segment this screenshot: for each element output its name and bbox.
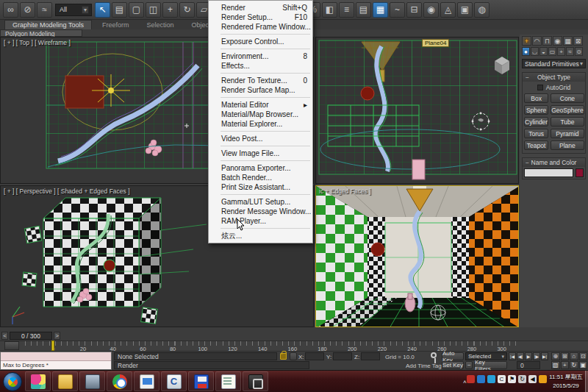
taskbar-app-button[interactable] xyxy=(215,371,241,391)
command-panel-tab[interactable]: + xyxy=(522,36,531,46)
toolbar-icon[interactable]: ≡ xyxy=(339,2,354,18)
playback-button[interactable]: ▶ xyxy=(525,352,532,360)
x-coord-field[interactable] xyxy=(305,352,324,360)
primitive-button[interactable]: Cylinder xyxy=(524,117,548,126)
next-frame-arrow[interactable]: > xyxy=(54,332,60,340)
new-key-curve-icon[interactable]: ~ xyxy=(465,361,473,369)
viewport-nav-icon[interactable]: ⊞ xyxy=(561,352,570,360)
viewport-label[interactable]: ic + Edged Faces ] xyxy=(319,188,371,195)
toolbar-icon[interactable]: ↖ xyxy=(95,2,110,18)
taskbar-app-button[interactable] xyxy=(243,371,268,391)
selection-lock-icon[interactable] xyxy=(280,353,287,360)
primitive-button[interactable]: Sphere xyxy=(524,105,548,115)
time-slider-handle[interactable] xyxy=(51,341,54,351)
current-frame-field[interactable]: 0 xyxy=(517,361,540,369)
z-coord-field[interactable] xyxy=(361,352,380,360)
menu-item[interactable]: Render Surface Map... xyxy=(209,85,312,95)
command-panel-tab[interactable]: ⊠ xyxy=(573,36,583,46)
viewport-camera[interactable]: ic + Edged Faces ] xyxy=(315,185,519,327)
menu-item[interactable]: 炫云... xyxy=(209,231,312,240)
command-panel-tab[interactable]: ▦ xyxy=(563,36,573,46)
toolbar-icon[interactable]: ◍ xyxy=(474,2,490,18)
viewport-nav-icon[interactable]: ▧ xyxy=(551,361,560,369)
menu-item[interactable]: View Image File... xyxy=(209,149,312,158)
toolbar-icon[interactable]: ⊘ xyxy=(20,2,35,18)
menu-item[interactable]: Batch Render... xyxy=(209,173,312,182)
toolbar-icon[interactable]: ◫ xyxy=(146,2,161,18)
primitive-button[interactable]: Pyramid xyxy=(551,129,584,138)
playback-button[interactable]: |◀ xyxy=(509,352,516,360)
viewport-nav-icon[interactable]: ⊡ xyxy=(579,352,588,360)
polygon-modeling-panel[interactable]: Polygon Modeling xyxy=(0,29,82,37)
primitive-button[interactable]: Plane xyxy=(551,140,584,150)
category-icon[interactable]: ⊙ xyxy=(575,47,583,56)
macro-recorder-row[interactable] xyxy=(1,352,111,361)
taskbar-app-button[interactable] xyxy=(188,371,214,391)
set-key-button[interactable]: Set Key xyxy=(442,361,464,369)
auto-key-button[interactable]: Auto Key xyxy=(442,352,464,360)
rollout-header[interactable]: − Object Type xyxy=(523,73,585,82)
system-clock[interactable]: 11:51 星期五 2015/5/29 xyxy=(548,373,584,391)
add-time-tag[interactable]: Add Time Tag xyxy=(406,363,442,369)
playback-button[interactable]: |▶ xyxy=(533,352,540,360)
menu-item[interactable]: Rendered Frame Window... xyxy=(209,22,312,32)
menu-item[interactable]: Panorama Exporter... xyxy=(209,163,312,173)
menu-item[interactable]: Gamma/LUT Setup... xyxy=(209,197,312,207)
taskbar-app-button[interactable] xyxy=(25,371,51,391)
selection-filter-dropdown[interactable]: All ▾ xyxy=(55,4,92,16)
toolbar-icon[interactable]: ~ xyxy=(390,2,405,18)
listener-row[interactable]: Max to Degrees * xyxy=(1,361,111,369)
toolbar-icon[interactable]: ◉ xyxy=(423,2,439,18)
menu-item[interactable]: Effects... xyxy=(209,61,312,71)
viewport-front[interactable]: Plane04 xyxy=(315,37,519,184)
menu-item[interactable]: Video Post... xyxy=(209,134,312,143)
tray-icon[interactable]: ⚑ xyxy=(508,375,516,383)
playback-button[interactable]: ▶| xyxy=(541,352,548,360)
ribbon-tab[interactable]: Freeform xyxy=(95,21,137,29)
category-icon[interactable]: ▭ xyxy=(548,47,556,56)
playback-button[interactable]: ◀| xyxy=(517,352,524,360)
viewport-nav-icon[interactable]: ⌂ xyxy=(570,352,578,360)
key-filters-button[interactable]: Key Filters... xyxy=(474,361,507,369)
track-bar-mini-icon[interactable] xyxy=(4,341,19,350)
toolbar-icon[interactable]: + xyxy=(162,2,178,18)
category-icon[interactable]: ● xyxy=(522,47,530,56)
category-icon[interactable]: ◡ xyxy=(531,47,539,56)
set-keys-icon[interactable] xyxy=(431,352,437,358)
primitive-button[interactable]: Cone xyxy=(551,93,584,103)
tray-icon[interactable] xyxy=(487,375,495,383)
toolbar-icon[interactable]: ▣ xyxy=(457,2,473,18)
toolbar-icon[interactable]: ≈ xyxy=(37,2,52,18)
tray-icon[interactable]: C xyxy=(498,375,506,383)
primitive-button[interactable]: Box xyxy=(524,93,548,103)
prev-frame-arrow[interactable]: < xyxy=(1,332,8,340)
primitive-button[interactable]: Torus xyxy=(524,129,548,138)
taskbar-app-button[interactable] xyxy=(79,371,105,391)
viewport-label[interactable]: [ + ] [ Perspective ] [ Shaded + Edged F… xyxy=(4,188,130,195)
object-color-swatch[interactable] xyxy=(576,168,584,177)
taskbar-app-button[interactable] xyxy=(52,371,78,391)
menu-item[interactable]: Render Shift+Q xyxy=(209,3,312,13)
menu-item[interactable]: Print Size Assistant... xyxy=(209,182,312,192)
tray-icon[interactable]: ◀ xyxy=(528,375,537,383)
toolbar-icon[interactable]: ⊟ xyxy=(406,2,422,18)
primitive-button[interactable]: GeoSphere xyxy=(551,105,584,115)
rollout-header[interactable]: − Name and Color xyxy=(523,158,585,167)
track-bar[interactable]: 0204060801001201401601802002202402602803… xyxy=(0,341,588,352)
tray-icon[interactable] xyxy=(539,375,547,383)
category-icon[interactable]: ≈ xyxy=(566,47,574,56)
primitive-type-dropdown[interactable]: Standard Primitives ▾ xyxy=(522,59,586,68)
autogrid-checkbox[interactable] xyxy=(537,85,543,90)
category-icon[interactable]: + xyxy=(557,47,565,56)
start-button[interactable] xyxy=(3,372,22,391)
tray-expand-icon[interactable]: ˄ xyxy=(463,379,467,385)
menu-item[interactable]: Exposure Control... xyxy=(209,37,312,46)
tray-icon[interactable] xyxy=(467,375,475,383)
absolute-mode-icon[interactable] xyxy=(290,352,297,360)
toolbar-icon[interactable]: ▤ xyxy=(356,2,371,18)
viewport-nav-icon[interactable]: ⊕ xyxy=(551,352,560,360)
ribbon-tab[interactable]: Graphite Modeling Tools xyxy=(4,20,92,29)
toolbar-icon[interactable]: ▢ xyxy=(129,2,144,18)
viewport-nav-icon[interactable]: ▣ xyxy=(579,361,588,369)
toolbar-icon[interactable]: ∞ xyxy=(3,2,18,18)
